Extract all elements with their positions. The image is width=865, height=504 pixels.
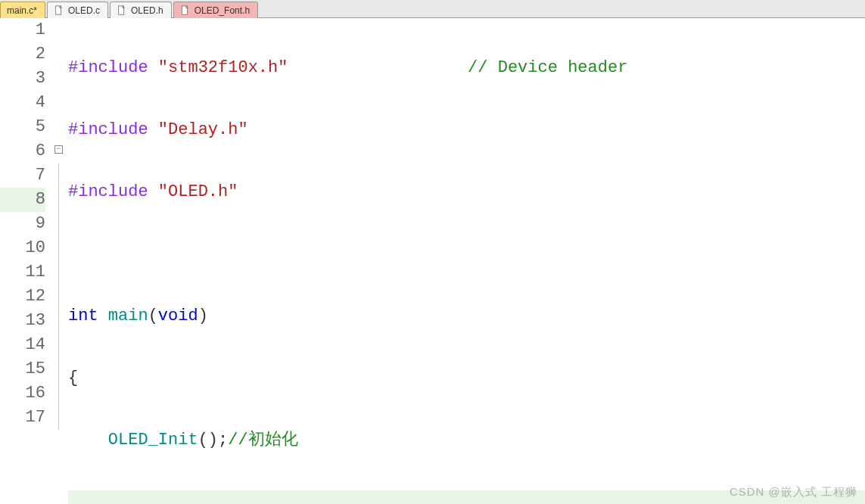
line-number: 11 <box>0 260 45 285</box>
gutter-wrap: 1 2 3 4 5 6 − 7 8 9 10 11 12 13 14 15 16… <box>0 18 53 504</box>
tab-oled-h[interactable]: OLED.h <box>110 2 172 18</box>
tab-label: OLED.c <box>68 5 100 16</box>
line-number: 13 <box>0 309 45 333</box>
line-number: 16 <box>0 381 45 406</box>
code-line: #include "OLED.h" <box>68 180 865 204</box>
line-number: 4 <box>0 91 45 115</box>
line-number: 12 <box>0 285 45 309</box>
tab-main-c[interactable]: main.c* <box>0 2 45 18</box>
tab-oled-font-h[interactable]: OLED_Font.h <box>173 2 258 18</box>
code-line: #include "Delay.h" <box>68 118 865 142</box>
tab-label: main.c* <box>7 5 37 16</box>
tab-bar: main.c* OLED.c OLED.h OLED_Font.h <box>0 0 865 18</box>
line-number: 6 − <box>0 139 45 163</box>
file-icon <box>180 5 191 16</box>
line-number: 1 <box>0 18 45 42</box>
code-line: #include "stm32f10x.h" // Device header <box>68 56 865 80</box>
line-number: 7 <box>0 163 45 188</box>
line-number: 5 <box>0 115 45 139</box>
tab-label: OLED_Font.h <box>194 5 250 16</box>
tab-label: OLED.h <box>131 5 163 16</box>
code-line: OLED_Init();//初始化 <box>68 428 865 453</box>
line-number: 3 <box>0 67 45 91</box>
file-icon <box>54 5 64 16</box>
watermark-text: CSDN @嵌入式 工程狮 <box>730 485 857 499</box>
code-line: { <box>68 366 865 390</box>
code-content[interactable]: #include "stm32f10x.h" // Device header … <box>53 18 865 504</box>
line-number: 2 <box>0 42 45 67</box>
editor-area[interactable]: 1 2 3 4 5 6 − 7 8 9 10 11 12 13 14 15 16… <box>0 18 865 504</box>
line-number: 15 <box>0 357 45 381</box>
line-number: 10 <box>0 236 45 260</box>
line-number: 9 <box>0 212 45 236</box>
line-number: 14 <box>0 333 45 357</box>
file-icon <box>117 5 127 16</box>
line-number: 8 <box>0 188 45 212</box>
code-line <box>68 242 865 266</box>
line-gutter: 1 2 3 4 5 6 − 7 8 9 10 11 12 13 14 15 16… <box>0 18 53 430</box>
tab-oled-c[interactable]: OLED.c <box>47 2 108 18</box>
code-line: int main(void) <box>68 304 865 328</box>
line-number: 17 <box>0 406 45 430</box>
